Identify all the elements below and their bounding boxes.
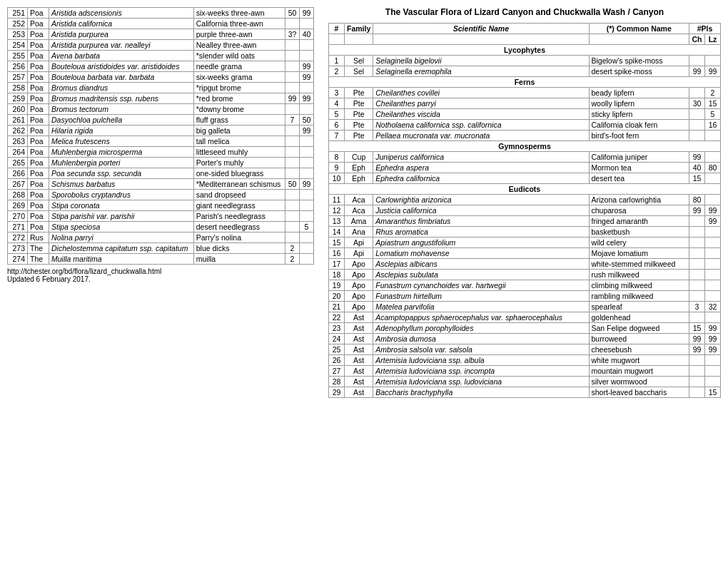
row-sci: Sporobolus cryptandrus [49,190,194,200]
row-n1 [285,51,300,61]
row-common: giant needlegrass [193,200,285,211]
row-sci: Aristida purpurea [49,29,194,40]
row-num: 20 [329,291,345,302]
row-common: bird's-foot fern [589,131,689,141]
row-num: 28 [329,377,345,387]
row-fam: Poa [28,51,49,61]
row-sci: Muhlenbergia porteri [49,158,194,168]
row-lz: 16 [705,120,721,131]
row-n2 [300,233,314,243]
row-ch: 15 [689,173,705,184]
col-ch-header: Ch [689,34,705,45]
row-fam: Ast [345,366,373,377]
row-ch: 40 [689,163,705,173]
row-common: blue dicks [193,243,285,254]
row-ch [689,377,705,387]
row-fam: Poa [28,168,49,179]
table-row: 22 Ast Acamptopappus sphaerocephalus var… [329,312,721,323]
row-lz: 32 [705,302,721,312]
row-lz: 15 [705,387,721,398]
table-row: 260 Poa Bromus tectorum *downy brome [8,104,314,115]
table-row: 14 Ana Rhus aromatica basketbush [329,227,721,237]
row-num: 7 [329,131,345,141]
row-common: tall melica [193,136,285,147]
row-ch [689,109,705,120]
row-sci: Funastrum hirtellum [373,291,589,302]
row-num: 3 [329,88,345,98]
row-common: six-weeks grama [193,72,285,83]
row-sci: Aristida adscensionis [49,8,194,19]
row-lz: 2 [705,88,721,98]
row-common: muilla [193,254,285,265]
row-num: 255 [8,51,28,61]
section-title: Lycophytes [329,45,721,56]
row-sci: Artemisia ludoviciana ssp. ludoviciana [373,377,589,387]
row-common: California three-awn [193,19,285,29]
row-fam: Poa [28,29,49,40]
row-num: 9 [329,163,345,173]
table-row: 254 Poa Aristida purpurea var. nealleyi … [8,40,314,51]
row-num: 271 [8,222,28,233]
footer: http://tchester.org/bd/flora/lizard_chuc… [7,267,314,283]
row-sci: Stipa speciosa [49,222,194,233]
table-row: 272 Rus Nolina parryi Parry's nolina [8,233,314,243]
row-fam: Poa [28,211,49,222]
row-sci: Ephedra californica [373,173,589,184]
row-lz: 99 [705,66,721,77]
empty1 [329,34,345,45]
row-n1 [285,61,300,72]
row-common: one-sided bluegrass [193,168,285,179]
row-fam: Ast [345,387,373,398]
row-n2: 99 [300,8,314,19]
table-row: 10 Eph Ephedra californica desert tea 15 [329,173,721,184]
row-common: Bigelow's spike-moss [589,56,689,66]
row-lz: 99 [705,334,721,344]
row-sci: Cheilanthes viscida [373,109,589,120]
table-row: 252 Poa Aristida californica California … [8,19,314,29]
row-ch [689,387,705,398]
row-sci: Cheilanthes parryi [373,98,589,109]
row-n1 [285,211,300,222]
row-common: silver wormwood [589,377,689,387]
row-lz: 99 [705,216,721,227]
row-num: 268 [8,190,28,200]
row-fam: Poa [28,8,49,19]
table-row: 262 Poa Hilaria rigida big galleta 99 [8,126,314,136]
row-sci: Poa secunda ssp. secunda [49,168,194,179]
table-row: 9 Eph Ephedra aspera Mormon tea 40 80 [329,163,721,173]
row-n1 [285,126,300,136]
row-ch: 3 [689,302,705,312]
row-common: short-leaved baccharis [589,387,689,398]
row-num: 6 [329,120,345,131]
row-sci: Lomatium mohavense [373,248,589,259]
col-num-header: # [329,24,345,34]
row-num: 26 [329,355,345,366]
row-common: basketbush [589,227,689,237]
row-common: Arizona carlowrightia [589,195,689,205]
row-num: 254 [8,40,28,51]
table-row: 2 Sel Selaginella eremophila desert spik… [329,66,721,77]
row-n2 [300,104,314,115]
row-num: 22 [329,312,345,323]
row-n2 [300,254,314,265]
table-row: 11 Aca Carlowrightia arizonica Arizona c… [329,195,721,205]
row-fam: Apo [345,291,373,302]
row-n1 [285,72,300,83]
row-fam: Rus [28,233,49,243]
section-header: Lycophytes [329,45,721,56]
row-sci: Pellaea mucronata var. mucronata [373,131,589,141]
row-common: San Felipe dogweed [589,323,689,334]
row-n1 [285,200,300,211]
row-ch [689,120,705,131]
row-fam: Poa [28,147,49,158]
table-row: 19 Apo Funastrum cynanchoides var. hartw… [329,280,721,291]
row-common: desert spike-moss [589,66,689,77]
row-n2: 99 [300,72,314,83]
row-common: littleseed muhly [193,147,285,158]
row-n1 [285,136,300,147]
row-sci: Dasyochloa pulchella [49,115,194,126]
row-num: 273 [8,243,28,254]
row-fam: Poa [28,158,49,168]
row-sci: Cheilanthes covillei [373,88,589,98]
row-ch [689,88,705,98]
